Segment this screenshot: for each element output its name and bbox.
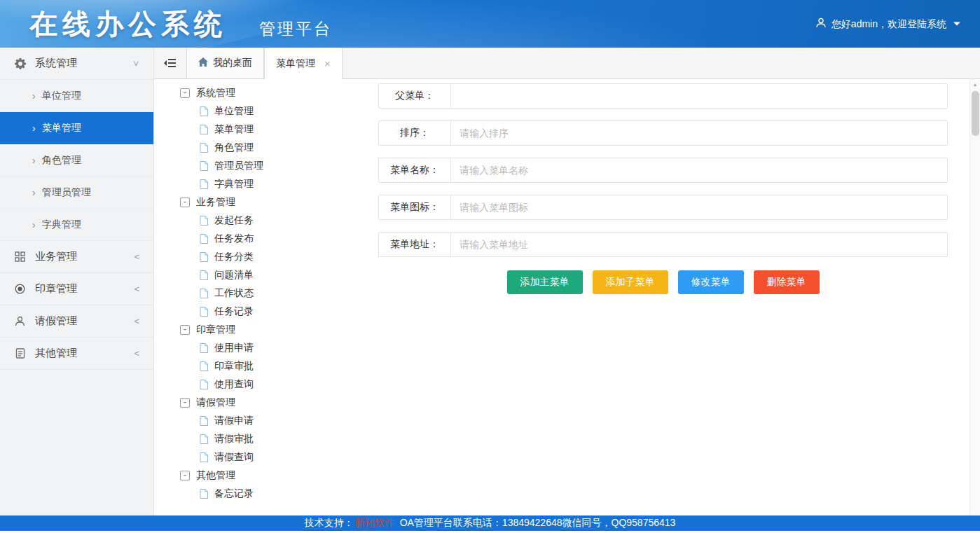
tree-node[interactable]: 任务发布 (180, 230, 263, 248)
tree-node-label: 其他管理 (196, 469, 235, 482)
collapse-minus-icon[interactable]: - (180, 88, 190, 98)
tree-node-label: 印章审批 (214, 360, 254, 373)
tree-node[interactable]: 印章审批 (180, 357, 263, 375)
menu-url-input[interactable] (451, 233, 947, 256)
tree-node-label: 管理员管理 (214, 160, 263, 172)
footer-vendor-link[interactable]: 新翔软件 (355, 517, 394, 529)
edit-menu-button[interactable]: 修改菜单 (678, 270, 744, 294)
user-menu[interactable]: 您好admin，欢迎登陆系统 (815, 18, 960, 31)
vertical-scrollbar[interactable]: ▲ (969, 79, 980, 516)
file-icon (200, 416, 208, 426)
tree-node[interactable]: 发起任务 (180, 212, 263, 230)
app-header: 在线办公系统 管理平台 您好admin，欢迎登陆系统 (0, 0, 980, 48)
tree-node-label: 字典管理 (214, 178, 254, 191)
tree-node[interactable]: - 系统管理 (180, 84, 263, 102)
sort-input[interactable] (451, 121, 947, 145)
file-icon (200, 216, 208, 226)
sidebar-group-system[interactable]: 系统管理 > (0, 48, 153, 80)
sidebar-group-other[interactable]: 其他管理 < (0, 338, 153, 370)
tree-node-label: 角色管理 (214, 141, 254, 154)
sidebar-group-seal[interactable]: 印章管理 < (0, 273, 153, 305)
sidebar-group-leave[interactable]: 请假管理 < (0, 305, 153, 338)
tree-node-label: 使用申请 (214, 342, 254, 354)
tree-node[interactable]: - 请假管理 (180, 394, 263, 412)
gear-icon (14, 58, 26, 69)
tree-node[interactable]: 工作状态 (180, 284, 263, 303)
tree-node[interactable]: 任务分类 (180, 248, 263, 266)
tree-node-label: 印章管理 (196, 324, 235, 336)
sidebar-item-admin-mgmt[interactable]: › 管理员管理 (0, 176, 153, 209)
tree-node-label: 问题清单 (214, 269, 254, 282)
collapse-minus-icon[interactable]: - (180, 325, 190, 335)
menu-icon-input[interactable] (451, 195, 947, 219)
tree-node[interactable]: - 业务管理 (180, 193, 263, 212)
menu-form: 父菜单： 排序： 菜单名称： 菜单图标： 菜单地址： 添加主菜单 添加子菜单 修… (378, 83, 948, 294)
footer-support-label: 技术支持： (305, 517, 354, 529)
chevron-left-icon: < (134, 251, 139, 262)
add-main-menu-button[interactable]: 添加主菜单 (507, 270, 583, 294)
file-icon (200, 307, 208, 317)
tree-node-label: 系统管理 (196, 87, 235, 99)
file-icon (200, 125, 208, 134)
tab-my-desktop[interactable]: 我的桌面 (186, 48, 264, 78)
scrollbar-thumb[interactable] (972, 91, 979, 136)
tree-node[interactable]: 角色管理 (180, 139, 263, 157)
chevron-right-icon: › (32, 155, 36, 166)
seal-icon (14, 284, 26, 294)
footer: 技术支持： 新翔软件 OA管理平台联系电话：13849422648微信同号，QQ… (0, 515, 980, 531)
menu-name-input[interactable] (451, 158, 947, 182)
sidebar-item-dict-mgmt[interactable]: › 字典管理 (0, 209, 153, 241)
chevron-down-icon: > (132, 61, 142, 67)
main-content: - 系统管理 单位管理 菜单管理 角色管理 管理员管理 字典管理 - 业务管理 (154, 79, 969, 516)
file-icon (200, 452, 208, 462)
caret-down-icon (953, 22, 960, 26)
tree-node[interactable]: - 其他管理 (180, 466, 263, 485)
tree-node-label: 请假管理 (196, 396, 235, 409)
tree-node[interactable]: 管理员管理 (180, 157, 263, 175)
tree-node[interactable]: 字典管理 (180, 175, 263, 193)
collapse-minus-icon[interactable]: - (180, 471, 190, 480)
sidebar-group-business[interactable]: 业务管理 < (0, 241, 153, 273)
tree-node[interactable]: 单位管理 (180, 102, 263, 120)
sidebar-collapse-icon[interactable] (154, 48, 186, 78)
parent-menu-input[interactable] (451, 84, 947, 108)
tree-node[interactable]: - 印章管理 (180, 321, 263, 339)
tree-node[interactable]: 请假审批 (180, 430, 263, 448)
file-icon (200, 289, 208, 298)
document-icon (14, 348, 26, 359)
tab-label: 我的桌面 (213, 57, 252, 69)
tree-node-label: 请假审批 (214, 433, 254, 445)
tree-node[interactable]: 使用查询 (180, 375, 263, 394)
sidebar-group-label: 请假管理 (35, 314, 134, 328)
chevron-right-icon: › (32, 187, 36, 198)
app-subtitle: 管理平台 (259, 18, 332, 40)
tab-menu-mgmt[interactable]: 菜单管理 × (264, 48, 343, 79)
file-icon (200, 252, 208, 262)
tree-node[interactable]: 备忘记录 (180, 485, 263, 503)
tree-node[interactable]: 任务记录 (180, 303, 263, 321)
file-icon (200, 179, 208, 189)
sidebar-item-menu-mgmt[interactable]: › 菜单管理 (0, 112, 153, 144)
collapse-minus-icon[interactable]: - (180, 198, 190, 207)
tree-node-label: 请假查询 (214, 451, 254, 464)
tree-node[interactable]: 菜单管理 (180, 120, 263, 139)
tree-node[interactable]: 请假申请 (180, 412, 263, 430)
scroll-up-arrow-icon[interactable]: ▲ (970, 79, 980, 90)
delete-menu-button[interactable]: 删除菜单 (754, 270, 820, 294)
collapse-minus-icon[interactable]: - (180, 398, 190, 408)
sidebar-item-role-mgmt[interactable]: › 角色管理 (0, 144, 153, 176)
sidebar-item-label: 字典管理 (42, 219, 81, 231)
tree-node-label: 请假申请 (214, 415, 254, 427)
sidebar-item-unit-mgmt[interactable]: › 单位管理 (0, 80, 153, 112)
file-icon (200, 106, 208, 116)
field-label: 菜单名称： (379, 158, 451, 182)
tree-node-label: 任务发布 (214, 233, 254, 245)
tree-node-label: 任务记录 (214, 305, 254, 318)
sidebar-group-label: 业务管理 (35, 250, 134, 263)
tree-node[interactable]: 问题清单 (180, 266, 263, 284)
tree-node[interactable]: 请假查询 (180, 448, 263, 466)
tree-node-label: 使用查询 (214, 378, 254, 391)
tree-node[interactable]: 使用申请 (180, 339, 263, 357)
close-icon[interactable]: × (324, 58, 331, 69)
add-sub-menu-button[interactable]: 添加子菜单 (593, 270, 668, 294)
